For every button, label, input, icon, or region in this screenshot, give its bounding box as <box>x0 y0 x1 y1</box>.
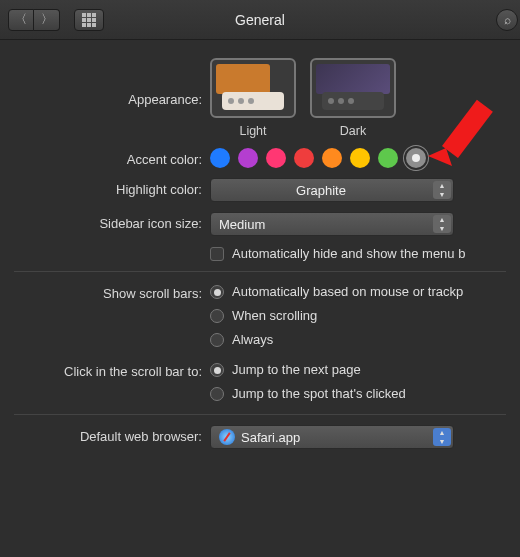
radio-icon <box>210 387 224 401</box>
accent-color-swatch[interactable] <box>322 148 342 168</box>
accent-color-swatches <box>210 148 520 168</box>
stepper-icon: ▲▼ <box>433 428 451 446</box>
default-browser-label: Default web browser: <box>0 425 210 444</box>
content: Appearance: Light Dark Accent color: <box>0 40 520 449</box>
sidebar-icon-size-value: Medium <box>219 217 265 232</box>
radio-icon <box>210 333 224 347</box>
radio-option[interactable]: Jump to the next page <box>210 360 520 380</box>
autohide-menubar-checkbox[interactable] <box>210 247 224 261</box>
radio-option[interactable]: Always <box>210 330 520 350</box>
accent-color-swatch[interactable] <box>378 148 398 168</box>
accent-color-swatch[interactable] <box>238 148 258 168</box>
accent-color-swatch[interactable] <box>294 148 314 168</box>
toolbar: 〈 〉 General ⌕ <box>0 0 520 40</box>
highlight-color-label: Highlight color: <box>0 178 210 197</box>
default-browser-select[interactable]: Safari.app ▲▼ <box>210 425 454 449</box>
accent-color-swatch[interactable] <box>266 148 286 168</box>
forward-button[interactable]: 〉 <box>34 9 60 31</box>
default-browser-value: Safari.app <box>241 430 300 445</box>
radio-label: Jump to the spot that's clicked <box>232 384 406 404</box>
divider <box>14 271 506 272</box>
sidebar-icon-size-label: Sidebar icon size: <box>0 212 210 231</box>
appearance-option-light[interactable] <box>210 58 296 118</box>
click-scrollbar-label: Click in the scroll bar to: <box>0 360 210 379</box>
radio-label: Automatically based on mouse or trackp <box>232 282 463 302</box>
search-button[interactable]: ⌕ <box>496 9 518 31</box>
show-all-button[interactable] <box>74 9 104 31</box>
accent-color-swatch[interactable] <box>350 148 370 168</box>
appearance-option-dark[interactable] <box>310 58 396 118</box>
radio-label: When scrolling <box>232 306 317 326</box>
back-button[interactable]: 〈 <box>8 9 34 31</box>
safari-icon <box>219 429 235 445</box>
grid-icon <box>82 13 96 27</box>
radio-label: Jump to the next page <box>232 360 361 380</box>
highlight-color-select[interactable]: Graphite ▲▼ <box>210 178 454 202</box>
radio-icon <box>210 285 224 299</box>
stepper-icon: ▲▼ <box>433 181 451 199</box>
radio-label: Always <box>232 330 273 350</box>
appearance-label: Appearance: <box>0 58 210 107</box>
chevron-left-icon: 〈 <box>15 11 27 28</box>
radio-icon <box>210 363 224 377</box>
chevron-right-icon: 〉 <box>41 11 53 28</box>
radio-option[interactable]: Jump to the spot that's clicked <box>210 384 520 404</box>
search-icon: ⌕ <box>504 13 511 27</box>
radio-option[interactable]: When scrolling <box>210 306 520 326</box>
stepper-icon: ▲▼ <box>433 215 451 233</box>
radio-icon <box>210 309 224 323</box>
sidebar-icon-size-select[interactable]: Medium ▲▼ <box>210 212 454 236</box>
show-scrollbars-label: Show scroll bars: <box>0 282 210 301</box>
accent-color-label: Accent color: <box>0 148 210 167</box>
appearance-option-label: Light <box>239 124 266 138</box>
appearance-option-label: Dark <box>340 124 366 138</box>
highlight-color-value: Graphite <box>296 183 346 198</box>
accent-color-swatch[interactable] <box>406 148 426 168</box>
autohide-menubar-label: Automatically hide and show the menu b <box>232 246 465 261</box>
radio-option[interactable]: Automatically based on mouse or trackp <box>210 282 520 302</box>
accent-color-swatch[interactable] <box>210 148 230 168</box>
divider <box>14 414 506 415</box>
